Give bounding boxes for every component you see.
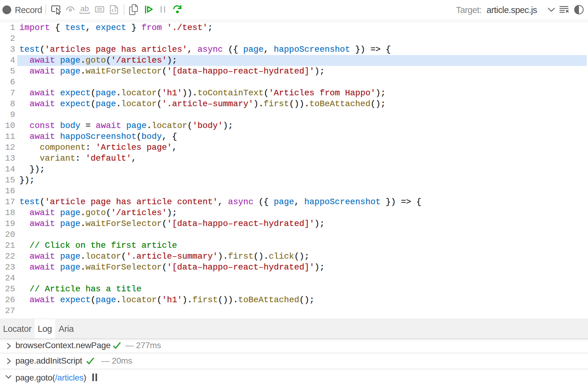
svg-text:ab: ab <box>81 4 89 13</box>
